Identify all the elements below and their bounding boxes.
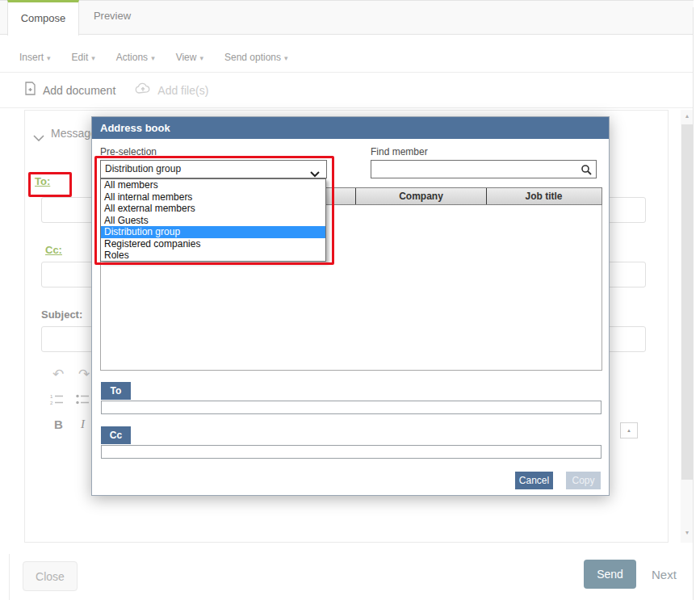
cancel-button[interactable]: Cancel (515, 472, 553, 489)
scrollbar-thumb[interactable] (681, 124, 693, 480)
option-all-external-members[interactable]: All external members (101, 203, 325, 215)
scroll-up-icon[interactable]: ▴ (681, 110, 694, 123)
menu-insert-label: Insert (19, 52, 44, 63)
option-all-members[interactable]: All members (101, 179, 325, 191)
cc-field-label[interactable]: Cc: (45, 244, 62, 256)
bold-button[interactable]: B (54, 417, 63, 431)
tab-compose[interactable]: Compose (7, 0, 79, 36)
column-header-job-title[interactable]: Job title (487, 188, 601, 204)
send-button[interactable]: Send (584, 560, 636, 589)
page-right-border (693, 7, 694, 600)
caret-down-icon: ▾ (199, 54, 203, 62)
to-chip-button[interactable]: To (101, 382, 131, 400)
caret-down-icon: ▾ (284, 54, 288, 62)
modal-title: Address book (92, 117, 609, 139)
bullet-list-icon[interactable] (75, 393, 90, 409)
modal-cc-input[interactable] (101, 445, 601, 459)
to-field-label[interactable]: To: (35, 175, 50, 187)
find-member-label: Find member (371, 146, 428, 157)
address-book-modal: Address book Pre-selection Distribution … (91, 116, 610, 496)
menu-bar: Insert▾ Edit▾ Actions▾ View▾ Send option… (0, 42, 694, 73)
compose-window: Compose Preview Insert▾ Edit▾ Actions▾ V… (0, 0, 700, 600)
preselection-dropdown[interactable]: Distribution group (100, 160, 327, 178)
scroll-down-icon[interactable]: ▾ (681, 527, 694, 539)
menu-actions[interactable]: Actions▾ (116, 52, 155, 63)
add-files-label: Add file(s) (157, 84, 208, 97)
add-document-button[interactable]: Add document (24, 82, 115, 99)
tab-bar: Compose Preview (0, 0, 694, 35)
caret-down-icon: ▾ (91, 54, 95, 62)
find-member-input[interactable] (371, 161, 576, 178)
option-registered-companies[interactable]: Registered companies (101, 238, 325, 250)
chevron-down-icon[interactable] (33, 130, 44, 145)
svg-text:1: 1 (50, 394, 53, 399)
numbered-list-icon[interactable]: 12 (49, 393, 64, 409)
redo-icon[interactable]: ↷ (78, 366, 90, 382)
subject-field-label: Subject: (41, 308, 82, 321)
undo-icon[interactable]: ↶ (52, 366, 64, 382)
modal-to-input[interactable] (101, 401, 601, 414)
menu-view[interactable]: View▾ (176, 52, 203, 63)
next-link[interactable]: Next (652, 568, 677, 581)
cloud-upload-icon (135, 82, 151, 98)
add-files-button[interactable]: Add file(s) (135, 82, 208, 98)
cc-chip-button[interactable]: Cc (101, 426, 131, 444)
column-header-company[interactable]: Company (356, 188, 487, 204)
editor-expand-button[interactable]: ▲ (620, 422, 638, 438)
menu-view-label: View (176, 52, 197, 63)
message-section-label[interactable]: Message (51, 127, 97, 140)
attachment-toolbar: Add document Add file(s) (0, 73, 694, 108)
option-roles[interactable]: Roles (101, 250, 325, 262)
search-icon[interactable] (581, 164, 592, 175)
close-button[interactable]: Close (23, 561, 78, 591)
menu-send-options[interactable]: Send options▾ (224, 52, 288, 63)
menu-edit-label: Edit (72, 52, 89, 63)
vertical-scrollbar: ▴ ▾ (681, 110, 694, 543)
option-distribution-group[interactable]: Distribution group (101, 226, 325, 238)
menu-send-options-label: Send options (224, 52, 281, 63)
menu-actions-label: Actions (116, 52, 148, 63)
copy-button[interactable]: Copy (566, 472, 601, 489)
menu-edit[interactable]: Edit▾ (72, 52, 95, 63)
add-document-icon (24, 82, 36, 99)
svg-text:2: 2 (50, 401, 53, 405)
menu-insert[interactable]: Insert▾ (19, 52, 51, 63)
option-all-guests[interactable]: All Guests (101, 215, 325, 227)
tab-preview[interactable]: Preview (79, 0, 145, 36)
footer-left-border (9, 554, 10, 600)
caret-down-icon: ▾ (151, 54, 155, 62)
caret-down-icon: ▾ (47, 54, 51, 62)
add-document-label: Add document (43, 84, 115, 97)
find-member-search (371, 160, 597, 178)
preselection-value: Distribution group (105, 163, 181, 174)
preselection-label: Pre-selection (100, 146, 157, 157)
italic-button[interactable]: I (81, 417, 85, 431)
option-all-internal-members[interactable]: All internal members (101, 191, 325, 203)
preselection-options-list: All members All internal members All ext… (100, 178, 326, 262)
